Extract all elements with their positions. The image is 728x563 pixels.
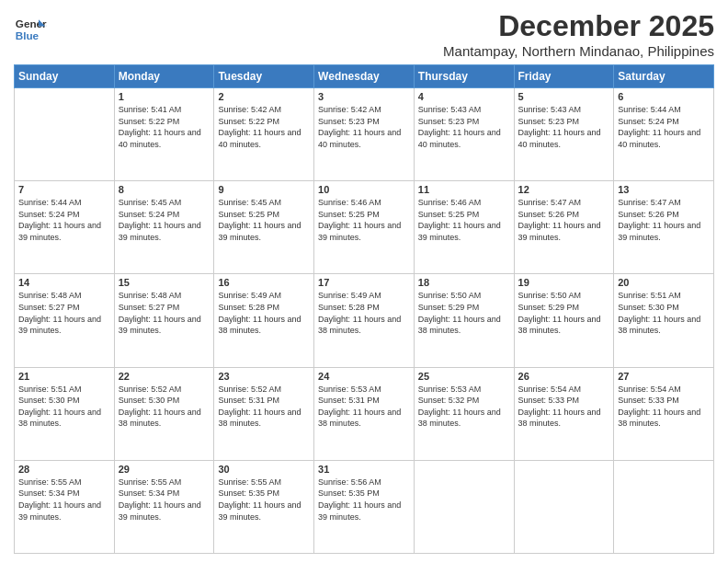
- calendar-cell: 20 Sunrise: 5:51 AM Sunset: 5:30 PM Dayl…: [614, 274, 714, 367]
- day-number: 6: [618, 91, 710, 102]
- week-row-2: 7 Sunrise: 5:44 AM Sunset: 5:24 PM Dayli…: [15, 181, 714, 274]
- calendar-cell: 9 Sunrise: 5:45 AM Sunset: 5:25 PM Dayli…: [214, 181, 314, 274]
- calendar-cell: 5 Sunrise: 5:43 AM Sunset: 5:23 PM Dayli…: [514, 88, 614, 181]
- calendar-cell: 1 Sunrise: 5:41 AM Sunset: 5:22 PM Dayli…: [114, 88, 214, 181]
- calendar-cell: 17 Sunrise: 5:49 AM Sunset: 5:28 PM Dayl…: [314, 274, 415, 367]
- svg-text:Blue: Blue: [16, 29, 40, 41]
- day-number: 29: [119, 464, 210, 475]
- calendar-table: SundayMondayTuesdayWednesdayThursdayFrid…: [14, 64, 714, 554]
- calendar-cell: 22 Sunrise: 5:52 AM Sunset: 5:30 PM Dayl…: [114, 367, 214, 460]
- day-info: Sunrise: 5:47 AM Sunset: 5:26 PM Dayligh…: [618, 197, 710, 243]
- day-info: Sunrise: 5:53 AM Sunset: 5:31 PM Dayligh…: [318, 384, 410, 430]
- day-number: 25: [418, 371, 510, 382]
- day-info: Sunrise: 5:49 AM Sunset: 5:28 PM Dayligh…: [318, 290, 410, 336]
- calendar-cell: 11 Sunrise: 5:46 AM Sunset: 5:25 PM Dayl…: [414, 181, 514, 274]
- day-number: 20: [618, 277, 710, 288]
- day-info: Sunrise: 5:42 AM Sunset: 5:23 PM Dayligh…: [318, 104, 410, 150]
- day-info: Sunrise: 5:50 AM Sunset: 5:29 PM Dayligh…: [418, 290, 510, 336]
- day-number: 31: [318, 464, 410, 475]
- day-number: 3: [318, 91, 410, 102]
- calendar-cell: 19 Sunrise: 5:50 AM Sunset: 5:29 PM Dayl…: [514, 274, 614, 367]
- day-number: 10: [318, 184, 410, 195]
- day-number: 1: [119, 91, 210, 102]
- calendar-cell: 18 Sunrise: 5:50 AM Sunset: 5:29 PM Dayl…: [414, 274, 514, 367]
- calendar-cell: 14 Sunrise: 5:48 AM Sunset: 5:27 PM Dayl…: [15, 274, 115, 367]
- weekday-header-friday: Friday: [514, 65, 614, 88]
- day-number: 5: [518, 91, 610, 102]
- calendar-cell: 13 Sunrise: 5:47 AM Sunset: 5:26 PM Dayl…: [614, 181, 714, 274]
- day-info: Sunrise: 5:54 AM Sunset: 5:33 PM Dayligh…: [618, 384, 710, 430]
- day-info: Sunrise: 5:44 AM Sunset: 5:24 PM Dayligh…: [18, 197, 110, 243]
- day-info: Sunrise: 5:47 AM Sunset: 5:26 PM Dayligh…: [518, 197, 610, 243]
- calendar-cell: [614, 460, 714, 553]
- calendar-cell: 21 Sunrise: 5:51 AM Sunset: 5:30 PM Dayl…: [15, 367, 115, 460]
- day-info: Sunrise: 5:45 AM Sunset: 5:25 PM Dayligh…: [218, 197, 310, 243]
- day-number: 18: [418, 277, 510, 288]
- weekday-header-thursday: Thursday: [414, 65, 514, 88]
- day-info: Sunrise: 5:41 AM Sunset: 5:22 PM Dayligh…: [119, 104, 210, 150]
- day-info: Sunrise: 5:53 AM Sunset: 5:32 PM Dayligh…: [418, 384, 510, 430]
- calendar-cell: 25 Sunrise: 5:53 AM Sunset: 5:32 PM Dayl…: [414, 367, 514, 460]
- day-number: 2: [218, 91, 310, 102]
- week-row-5: 28 Sunrise: 5:55 AM Sunset: 5:34 PM Dayl…: [15, 460, 714, 553]
- calendar-cell: 26 Sunrise: 5:54 AM Sunset: 5:33 PM Dayl…: [514, 367, 614, 460]
- calendar-cell: 31 Sunrise: 5:56 AM Sunset: 5:35 PM Dayl…: [314, 460, 415, 553]
- day-number: 30: [218, 464, 310, 475]
- day-info: Sunrise: 5:55 AM Sunset: 5:35 PM Dayligh…: [218, 477, 310, 523]
- calendar-cell: 15 Sunrise: 5:48 AM Sunset: 5:27 PM Dayl…: [114, 274, 214, 367]
- calendar-body: 1 Sunrise: 5:41 AM Sunset: 5:22 PM Dayli…: [15, 88, 714, 554]
- day-number: 21: [18, 371, 110, 382]
- day-number: 7: [18, 184, 110, 195]
- header: General Blue December 2025 Mantampay, No…: [14, 9, 714, 59]
- day-info: Sunrise: 5:51 AM Sunset: 5:30 PM Dayligh…: [618, 290, 710, 336]
- calendar-cell: 28 Sunrise: 5:55 AM Sunset: 5:34 PM Dayl…: [15, 460, 115, 553]
- subtitle: Mantampay, Northern Mindanao, Philippine…: [443, 43, 714, 59]
- logo: General Blue: [14, 13, 51, 46]
- day-number: 15: [119, 277, 210, 288]
- title-block: December 2025 Mantampay, Northern Mindan…: [443, 9, 714, 59]
- day-info: Sunrise: 5:46 AM Sunset: 5:25 PM Dayligh…: [318, 197, 410, 243]
- day-info: Sunrise: 5:56 AM Sunset: 5:35 PM Dayligh…: [318, 477, 410, 523]
- day-number: 11: [418, 184, 510, 195]
- day-number: 19: [518, 277, 610, 288]
- calendar-cell: 6 Sunrise: 5:44 AM Sunset: 5:24 PM Dayli…: [614, 88, 714, 181]
- calendar-cell: 16 Sunrise: 5:49 AM Sunset: 5:28 PM Dayl…: [214, 274, 314, 367]
- day-number: 23: [218, 371, 310, 382]
- day-info: Sunrise: 5:52 AM Sunset: 5:30 PM Dayligh…: [119, 384, 210, 430]
- weekday-header-tuesday: Tuesday: [214, 65, 314, 88]
- calendar-cell: [514, 460, 614, 553]
- calendar-cell: 2 Sunrise: 5:42 AM Sunset: 5:22 PM Dayli…: [214, 88, 314, 181]
- day-info: Sunrise: 5:43 AM Sunset: 5:23 PM Dayligh…: [418, 104, 510, 150]
- day-info: Sunrise: 5:49 AM Sunset: 5:28 PM Dayligh…: [218, 290, 310, 336]
- day-info: Sunrise: 5:48 AM Sunset: 5:27 PM Dayligh…: [119, 290, 210, 336]
- calendar-cell: 29 Sunrise: 5:55 AM Sunset: 5:34 PM Dayl…: [114, 460, 214, 553]
- day-number: 22: [119, 371, 210, 382]
- day-info: Sunrise: 5:43 AM Sunset: 5:23 PM Dayligh…: [518, 104, 610, 150]
- calendar-cell: 27 Sunrise: 5:54 AM Sunset: 5:33 PM Dayl…: [614, 367, 714, 460]
- day-info: Sunrise: 5:55 AM Sunset: 5:34 PM Dayligh…: [119, 477, 210, 523]
- day-info: Sunrise: 5:54 AM Sunset: 5:33 PM Dayligh…: [518, 384, 610, 430]
- day-number: 4: [418, 91, 510, 102]
- day-number: 26: [518, 371, 610, 382]
- week-row-1: 1 Sunrise: 5:41 AM Sunset: 5:22 PM Dayli…: [15, 88, 714, 181]
- day-info: Sunrise: 5:52 AM Sunset: 5:31 PM Dayligh…: [218, 384, 310, 430]
- week-row-4: 21 Sunrise: 5:51 AM Sunset: 5:30 PM Dayl…: [15, 367, 714, 460]
- weekday-header-sunday: Sunday: [15, 65, 115, 88]
- calendar-cell: 24 Sunrise: 5:53 AM Sunset: 5:31 PM Dayl…: [314, 367, 415, 460]
- logo-icon: General Blue: [14, 13, 47, 46]
- day-info: Sunrise: 5:50 AM Sunset: 5:29 PM Dayligh…: [518, 290, 610, 336]
- day-info: Sunrise: 5:46 AM Sunset: 5:25 PM Dayligh…: [418, 197, 510, 243]
- day-info: Sunrise: 5:48 AM Sunset: 5:27 PM Dayligh…: [18, 290, 110, 336]
- day-number: 16: [218, 277, 310, 288]
- calendar-cell: [15, 88, 115, 181]
- calendar-cell: 12 Sunrise: 5:47 AM Sunset: 5:26 PM Dayl…: [514, 181, 614, 274]
- day-info: Sunrise: 5:45 AM Sunset: 5:24 PM Dayligh…: [119, 197, 210, 243]
- weekday-header-wednesday: Wednesday: [314, 65, 415, 88]
- calendar-cell: 30 Sunrise: 5:55 AM Sunset: 5:35 PM Dayl…: [214, 460, 314, 553]
- day-number: 13: [618, 184, 710, 195]
- calendar-cell: 8 Sunrise: 5:45 AM Sunset: 5:24 PM Dayli…: [114, 181, 214, 274]
- weekday-header-row: SundayMondayTuesdayWednesdayThursdayFrid…: [15, 65, 714, 88]
- day-number: 17: [318, 277, 410, 288]
- page: General Blue December 2025 Mantampay, No…: [0, 0, 728, 563]
- day-number: 8: [119, 184, 210, 195]
